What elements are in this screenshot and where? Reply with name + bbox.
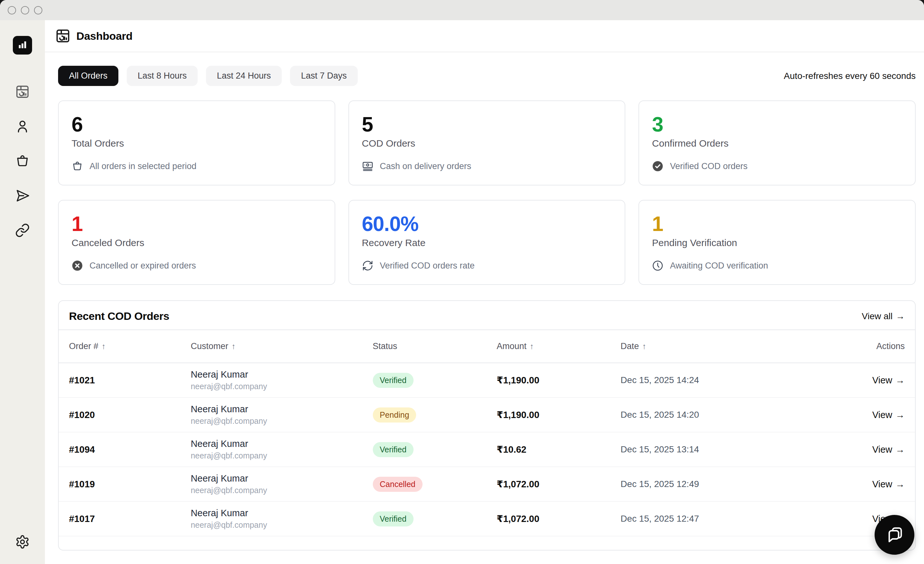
sidebar bbox=[0, 20, 45, 564]
view-order-button[interactable]: View→ bbox=[872, 444, 905, 455]
stat-label: Pending Verification bbox=[652, 237, 902, 248]
stat-value: 3 bbox=[652, 114, 902, 135]
dashboard-icon bbox=[55, 28, 70, 44]
customer-email: neeraj@qbf.company bbox=[190, 451, 372, 460]
stat-card-canceled-orders: 1 Canceled Orders Cancelled or expired o… bbox=[58, 200, 335, 285]
view-all-link[interactable]: View all → bbox=[862, 311, 905, 321]
page-title: Dashboard bbox=[76, 30, 132, 42]
filter-toolbar: All Orders Last 8 Hours Last 24 Hours La… bbox=[58, 66, 916, 86]
sort-asc-icon: ↑ bbox=[102, 342, 106, 351]
settings-gear-icon bbox=[15, 534, 30, 549]
stat-desc-text: Cash on delivery orders bbox=[380, 161, 471, 171]
table-title: Recent COD Orders bbox=[69, 310, 170, 322]
window-zoom-button[interactable] bbox=[34, 6, 42, 14]
column-header-customer[interactable]: Customer↑ bbox=[190, 341, 372, 351]
customer-name: Neeraj Kumar bbox=[190, 438, 372, 449]
customer-email: neeraj@qbf.company bbox=[190, 486, 372, 495]
column-header-actions: Actions bbox=[858, 341, 905, 351]
view-order-button[interactable]: View→ bbox=[872, 479, 905, 490]
stat-desc-text: Awaiting COD verification bbox=[670, 261, 768, 271]
date: Dec 15, 2025 14:24 bbox=[621, 375, 858, 385]
date: Dec 15, 2025 12:47 bbox=[621, 514, 858, 524]
period-tabs: All Orders Last 8 Hours Last 24 Hours La… bbox=[58, 66, 358, 86]
column-header-amount[interactable]: Amount↑ bbox=[496, 341, 621, 351]
stat-desc-text: Verified COD orders bbox=[670, 161, 747, 171]
column-header-date[interactable]: Date↑ bbox=[621, 341, 858, 351]
customer-name: Neeraj Kumar bbox=[190, 473, 372, 484]
window-close-button[interactable] bbox=[8, 6, 16, 14]
amount: ₹10.62 bbox=[496, 444, 621, 455]
arrow-right-icon: → bbox=[896, 444, 905, 455]
table-row: #1094 Neeraj Kumar neeraj@qbf.company Ve… bbox=[59, 432, 915, 467]
view-order-button[interactable]: View→ bbox=[872, 410, 905, 420]
table-column-headers: Order #↑ Customer↑ Status Amount↑ Date↑ bbox=[59, 330, 915, 363]
tab-last-7-days[interactable]: Last 7 Days bbox=[290, 66, 358, 86]
sidebar-item-dashboard[interactable] bbox=[15, 84, 30, 99]
customer-name: Neeraj Kumar bbox=[190, 508, 372, 519]
arrow-right-icon: → bbox=[896, 311, 905, 321]
table-row: #1019 Neeraj Kumar neeraj@qbf.company Ca… bbox=[59, 467, 915, 502]
sort-asc-icon: ↑ bbox=[642, 342, 646, 351]
refresh-icon bbox=[362, 260, 374, 272]
status-badge: Pending bbox=[373, 408, 417, 423]
sidebar-item-settings[interactable] bbox=[15, 534, 30, 549]
sidebar-item-links[interactable] bbox=[15, 223, 30, 238]
customer-cell: Neeraj Kumar neeraj@qbf.company bbox=[190, 473, 372, 495]
tab-last-24-hours[interactable]: Last 24 Hours bbox=[206, 66, 282, 86]
stat-card-confirmed-orders: 3 Confirmed Orders Verified COD orders bbox=[639, 100, 916, 185]
page-header: Dashboard bbox=[45, 20, 924, 52]
order-number: #1021 bbox=[69, 375, 190, 386]
date: Dec 15, 2025 12:49 bbox=[621, 479, 858, 489]
customer-cell: Neeraj Kumar neeraj@qbf.company bbox=[190, 438, 372, 460]
sidebar-item-campaigns[interactable] bbox=[15, 188, 30, 203]
chat-bubbles-icon bbox=[885, 526, 903, 544]
table-row: #1020 Neeraj Kumar neeraj@qbf.company Pe… bbox=[59, 398, 915, 432]
stat-card-pending-verification: 1 Pending Verification Awaiting COD veri… bbox=[639, 200, 916, 285]
arrow-right-icon: → bbox=[896, 410, 905, 420]
amount: ₹1,190.00 bbox=[496, 375, 621, 386]
column-header-status: Status bbox=[373, 341, 496, 351]
window-titlebar bbox=[0, 0, 924, 20]
stat-card-total-orders: 6 Total Orders All orders in selected pe… bbox=[58, 100, 335, 185]
column-header-order[interactable]: Order #↑ bbox=[69, 341, 190, 351]
chat-fab-button[interactable] bbox=[874, 515, 914, 555]
x-circle-icon bbox=[72, 260, 83, 272]
stat-label: Recovery Rate bbox=[362, 237, 612, 248]
date: Dec 15, 2025 14:20 bbox=[621, 410, 858, 420]
order-number: #1020 bbox=[69, 410, 190, 420]
sort-asc-icon: ↑ bbox=[231, 342, 236, 351]
view-order-button[interactable]: View→ bbox=[872, 375, 905, 386]
clock-icon bbox=[652, 260, 663, 272]
stat-label: COD Orders bbox=[362, 138, 612, 149]
stat-card-cod-orders: 5 COD Orders Cash on delivery orders bbox=[348, 100, 626, 185]
stat-value: 1 bbox=[652, 213, 902, 235]
stat-label: Canceled Orders bbox=[72, 237, 322, 248]
sidebar-item-customers[interactable] bbox=[15, 119, 30, 134]
sidebar-item-analytics[interactable] bbox=[13, 36, 32, 54]
stats-grid: 6 Total Orders All orders in selected pe… bbox=[58, 100, 916, 285]
customer-name: Neeraj Kumar bbox=[190, 369, 372, 380]
status-badge: Verified bbox=[373, 442, 414, 457]
stat-label: Confirmed Orders bbox=[652, 138, 902, 149]
user-icon bbox=[15, 119, 30, 134]
shopping-bag-icon bbox=[15, 154, 30, 168]
amount: ₹1,072.00 bbox=[496, 478, 621, 490]
stat-label: Total Orders bbox=[72, 138, 322, 149]
auto-refresh-note: Auto-refreshes every 60 seconds bbox=[784, 71, 916, 81]
link-icon bbox=[15, 223, 30, 238]
recent-cod-orders-card: Recent COD Orders View all → Order #↑ Cu… bbox=[58, 300, 916, 550]
arrow-right-icon: → bbox=[896, 479, 905, 490]
customer-cell: Neeraj Kumar neeraj@qbf.company bbox=[190, 404, 372, 426]
stat-value: 60.0% bbox=[362, 213, 612, 235]
order-number: #1094 bbox=[69, 444, 190, 455]
check-circle-icon bbox=[652, 160, 663, 172]
tab-last-8-hours[interactable]: Last 8 Hours bbox=[127, 66, 198, 86]
order-number: #1019 bbox=[69, 479, 190, 490]
customer-cell: Neeraj Kumar neeraj@qbf.company bbox=[190, 369, 372, 391]
tab-all-orders[interactable]: All Orders bbox=[58, 66, 118, 86]
main-area: Dashboard All Orders Last 8 Hours Last 2… bbox=[45, 20, 924, 564]
sidebar-item-orders[interactable] bbox=[15, 154, 30, 168]
banknote-icon bbox=[362, 160, 374, 172]
window-minimize-button[interactable] bbox=[21, 6, 29, 14]
stat-card-recovery-rate: 60.0% Recovery Rate Verified COD orders … bbox=[348, 200, 626, 285]
